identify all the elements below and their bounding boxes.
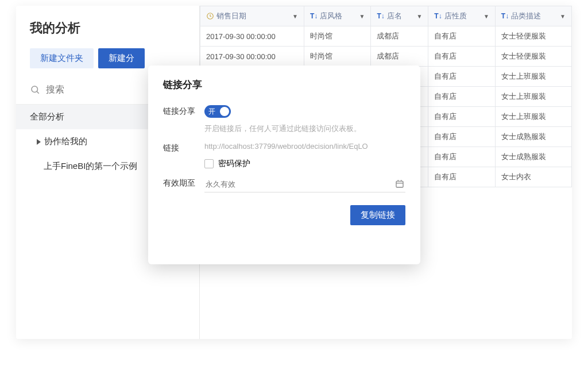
table-cell: 成都店 (371, 47, 428, 67)
table-cell: 女士成熟服装 (495, 127, 571, 147)
calendar-icon[interactable] (395, 179, 404, 188)
link-label: 链接 (163, 142, 204, 153)
text-type-icon: T↓ (310, 12, 318, 20)
column-header[interactable]: T↓店风格▼ (304, 6, 371, 26)
column-header-label: 店风格 (320, 11, 342, 21)
password-protect-row: 密码保护 (204, 159, 405, 169)
chevron-down-icon[interactable]: ▼ (359, 13, 365, 20)
share-link-modal: 链接分享 链接分享 开 开启链接后，任何人可通过此链接访问仪表板。 链接 htt… (148, 66, 420, 264)
clock-icon (206, 12, 214, 20)
chevron-right-icon (37, 139, 41, 145)
table-cell: 自有店 (428, 147, 496, 167)
table-cell: 女士内衣 (495, 167, 571, 187)
chevron-down-icon[interactable]: ▼ (292, 13, 298, 20)
password-label: 密码保护 (218, 159, 250, 169)
text-type-icon: T↓ (377, 12, 384, 20)
table-cell: 女士成熟服装 (495, 147, 571, 167)
expire-input-wrap (204, 177, 405, 192)
table-cell: 时尚馆 (304, 26, 371, 47)
table-cell: 女士上班服装 (495, 87, 571, 107)
share-url[interactable]: http://localhost:37799/webroot/decision/… (204, 142, 405, 151)
expire-input[interactable] (206, 180, 395, 188)
column-header[interactable]: T↓店性质▼ (428, 6, 496, 26)
svg-point-0 (32, 86, 38, 93)
column-header[interactable]: T↓品类描述▼ (495, 6, 571, 26)
table-cell: 成都店 (371, 26, 428, 47)
text-type-icon: T↓ (501, 12, 509, 20)
table-cell: 自有店 (428, 67, 496, 87)
table-cell: 女士轻便服装 (495, 47, 571, 67)
new-folder-button[interactable]: 新建文件夹 (30, 48, 94, 68)
table-cell: 自有店 (428, 107, 496, 127)
table-cell: 自有店 (428, 47, 496, 67)
search-icon (30, 84, 40, 95)
table-row[interactable]: 2017-09-30 00:00:00时尚馆成都店自有店女士轻便服装 (200, 26, 572, 47)
table-cell: 自有店 (428, 26, 496, 47)
text-type-icon: T↓ (434, 12, 442, 20)
link-row: 链接 http://localhost:37799/webroot/decisi… (163, 142, 405, 169)
column-header-label: 销售日期 (216, 11, 246, 21)
table-cell: 女士轻便服装 (495, 26, 571, 47)
table-cell: 自有店 (428, 167, 496, 187)
toggle-knob-icon (220, 107, 229, 116)
column-header[interactable]: 销售日期▼ (200, 6, 304, 26)
page-title: 我的分析 (16, 20, 199, 48)
table-cell: 自有店 (428, 127, 496, 147)
share-toggle[interactable]: 开 (204, 105, 231, 118)
expire-label: 有效期至 (163, 177, 204, 188)
svg-line-1 (37, 91, 38, 93)
copy-link-button[interactable]: 复制链接 (350, 205, 405, 225)
toggle-on-text: 开 (208, 107, 215, 117)
chevron-down-icon[interactable]: ▼ (483, 13, 489, 20)
table-cell: 2017-09-30 00:00:00 (200, 26, 304, 47)
table-cell: 2017-09-30 00:00:00 (200, 47, 304, 67)
chevron-down-icon[interactable]: ▼ (416, 13, 422, 20)
modal-title: 链接分享 (163, 78, 405, 91)
share-toggle-label: 链接分享 (163, 105, 204, 117)
share-toggle-row: 链接分享 开 开启链接后，任何人可通过此链接访问仪表板。 (163, 105, 405, 134)
svg-rect-3 (396, 181, 403, 187)
expire-row: 有效期至 (163, 177, 405, 192)
nav-shared-label: 协作给我的 (44, 136, 87, 147)
table-row[interactable]: 2017-09-30 00:00:00时尚馆成都店自有店女士轻便服装 (200, 47, 572, 67)
table-cell: 时尚馆 (304, 47, 371, 67)
chevron-down-icon[interactable]: ▼ (560, 13, 566, 20)
column-header-label: 店性质 (444, 11, 467, 21)
share-hint: 开启链接后，任何人可通过此链接访问仪表板。 (204, 124, 405, 134)
table-cell: 自有店 (428, 87, 496, 107)
new-analysis-button[interactable]: 新建分 (98, 48, 145, 68)
table-cell: 女士上班服装 (495, 67, 571, 87)
table-cell: 女士上班服装 (495, 107, 571, 127)
column-header-label: 品类描述 (511, 11, 541, 21)
password-checkbox[interactable] (204, 159, 214, 168)
column-header-label: 店名 (387, 11, 402, 21)
modal-footer: 复制链接 (163, 205, 405, 225)
column-header[interactable]: T↓店名▼ (371, 6, 428, 26)
